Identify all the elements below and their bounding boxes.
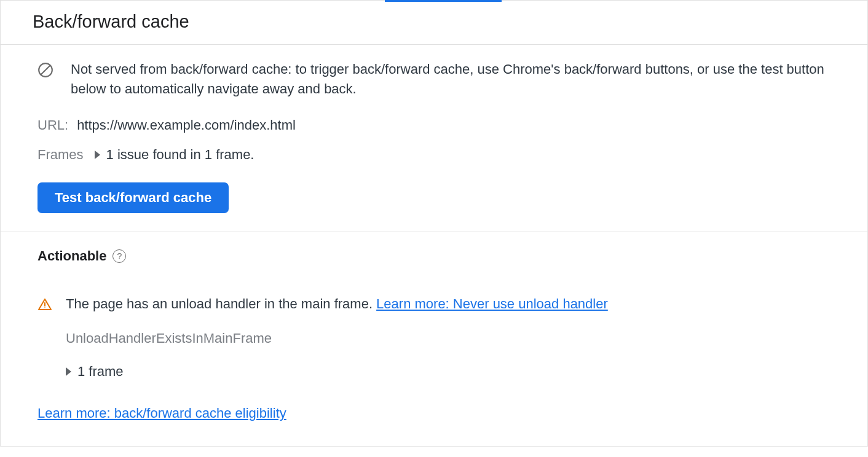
issue-learn-more-link[interactable]: Learn more: Never use unload handler <box>376 296 608 311</box>
svg-point-3 <box>44 307 45 308</box>
expand-caret-icon[interactable] <box>66 367 71 376</box>
svg-line-1 <box>41 65 50 74</box>
blocked-circle-icon <box>37 62 53 78</box>
frames-row[interactable]: Frames 1 issue found in 1 frame. <box>37 147 831 163</box>
actionable-heading: Actionable <box>37 248 106 264</box>
frames-label: Frames <box>37 147 84 163</box>
panel-header: Back/forward cache <box>1 0 867 45</box>
status-message: Not served from back/forward cache: to t… <box>71 60 831 99</box>
actionable-section: Actionable ? The page has an unload hand… <box>1 232 867 446</box>
issue-row: The page has an unload handler in the ma… <box>37 296 831 312</box>
issue-frame-count: 1 frame <box>77 364 124 380</box>
issue-description: The page has an unload handler in the ma… <box>66 296 376 311</box>
test-bfcache-button[interactable]: Test back/forward cache <box>37 182 229 213</box>
status-section: Not served from back/forward cache: to t… <box>1 45 867 232</box>
url-label: URL: <box>37 117 68 133</box>
active-tab-indicator <box>385 0 502 2</box>
eligibility-learn-more-link[interactable]: Learn more: back/forward cache eligibili… <box>37 405 286 421</box>
warning-triangle-icon <box>37 297 52 312</box>
url-row: URL: https://www.example.com/index.html <box>37 117 831 133</box>
page-title: Back/forward cache <box>33 12 867 32</box>
issue-code: UnloadHandlerExistsInMainFrame <box>66 330 831 346</box>
frames-summary: 1 issue found in 1 frame. <box>106 147 254 163</box>
help-icon[interactable]: ? <box>112 249 126 263</box>
url-value: https://www.example.com/index.html <box>77 117 296 133</box>
issue-frame-row[interactable]: 1 frame <box>66 364 831 380</box>
expand-caret-icon[interactable] <box>95 150 100 159</box>
